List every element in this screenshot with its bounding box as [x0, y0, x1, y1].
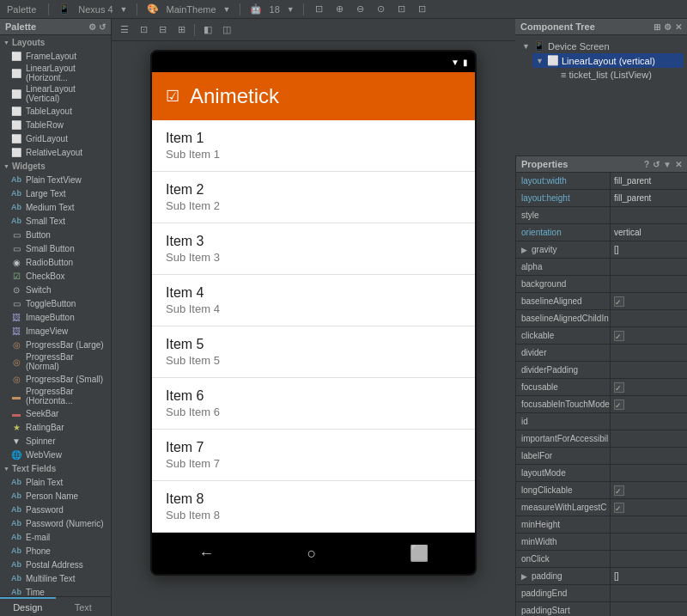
palette-item-multiline[interactable]: Ab Multiline Text	[0, 571, 111, 585]
prop-row[interactable]: onClick	[516, 551, 687, 568]
palette-refresh-icon[interactable]: ↺	[99, 22, 106, 32]
palette-item-imagebutton[interactable]: 🖼 ImageButton	[0, 310, 111, 324]
prop-checkbox[interactable]	[614, 296, 624, 307]
theme-name[interactable]: MainTheme	[163, 4, 220, 15]
layout-icon-2[interactable]: ⊡	[416, 3, 429, 16]
palette-item-small-text[interactable]: Ab Small Text	[0, 214, 111, 228]
list-item[interactable]: Item 5 Sub Item 5	[152, 326, 475, 378]
prop-checkbox[interactable]	[614, 331, 624, 341]
toolbar-icon-2[interactable]: ⊡	[136, 22, 151, 38]
palette-item-imageview[interactable]: 🖼 ImageView	[0, 324, 111, 338]
palette-item-plain-textview[interactable]: Ab Plain TextView	[0, 173, 111, 186]
palette-item-email[interactable]: Ab E-mail	[0, 530, 111, 544]
palette-item-progressbar-normal[interactable]: ◎ ProgressBar (Normal)	[0, 351, 111, 372]
palette-item-progressbar-large[interactable]: ◎ ProgressBar (Large)	[0, 338, 111, 351]
palette-item-seekbar[interactable]: ▬ SeekBar	[0, 406, 111, 420]
prop-checkbox[interactable]	[614, 485, 624, 496]
palette-item-progressbar-small[interactable]: ◎ ProgressBar (Small)	[0, 372, 111, 386]
tree-item-linearlayout[interactable]: ▼ ⬜ LinearLayout (vertical)	[532, 53, 684, 68]
prop-row[interactable]: alpha	[516, 259, 687, 276]
list-item[interactable]: Item 2 Sub Item 2	[152, 172, 475, 223]
prop-row[interactable]: layout:height fill_parent	[516, 190, 687, 207]
palette-item-medium-text[interactable]: Ab Medium Text	[0, 200, 111, 214]
prop-row[interactable]: importantForAccessibil	[516, 430, 687, 448]
props-help-icon[interactable]: ?	[644, 160, 649, 169]
prop-checkbox[interactable]	[614, 503, 624, 513]
prop-row[interactable]: baselineAligned	[516, 293, 687, 310]
prop-row[interactable]: baselineAlignedChildIn	[516, 310, 687, 327]
list-item[interactable]: Item 1 Sub Item 1	[152, 120, 475, 172]
props-close-icon[interactable]: ✕	[675, 160, 682, 169]
prop-row[interactable]: focusableInTouchMode	[516, 396, 687, 413]
props-filter-icon[interactable]: ▼	[663, 160, 672, 169]
palette-category-layouts[interactable]: Layouts	[0, 35, 111, 49]
prop-row[interactable]: id	[516, 413, 687, 430]
toolbar-icon-4[interactable]: ⊞	[173, 22, 189, 38]
device-name[interactable]: Nexus 4	[75, 4, 116, 15]
prop-row[interactable]: minHeight	[516, 516, 687, 534]
prop-row[interactable]: layout:width fill_parent	[516, 173, 687, 190]
nav-recents-button[interactable]: ⬜	[396, 537, 442, 570]
palette-item-webview[interactable]: 🌐 WebView	[0, 448, 111, 461]
prop-row[interactable]: paddingStart	[516, 602, 687, 616]
list-item[interactable]: Item 7 Sub Item 7	[152, 430, 475, 481]
palette-item-postal[interactable]: Ab Postal Address	[0, 558, 111, 571]
palette-settings-icon[interactable]: ⚙	[88, 22, 96, 32]
palette-item-framelayout[interactable]: ⬜ FrameLayout	[0, 49, 111, 63]
palette-item-relativelayout[interactable]: ⬜ RelativeLayout	[0, 145, 111, 159]
zoom-fit-icon[interactable]: ⊡	[313, 3, 326, 16]
prop-row[interactable]: focusable	[516, 379, 687, 396]
prop-row[interactable]: minWidth	[516, 534, 687, 551]
palette-item-spinner[interactable]: ▼ Spinner	[0, 434, 111, 448]
palette-item-small-button[interactable]: ▭ Small Button	[0, 241, 111, 255]
toolbar-icon-5[interactable]: ◧	[200, 22, 216, 38]
prop-checkbox[interactable]	[614, 399, 624, 410]
prop-row[interactable]: divider	[516, 345, 687, 362]
device-selector[interactable]: 📱 Nexus 4 ▼	[58, 3, 127, 16]
nav-back-button[interactable]: ←	[185, 538, 228, 570]
prop-expand-icon[interactable]: ▶	[521, 572, 527, 581]
toolbar-icon-3[interactable]: ⊟	[155, 22, 170, 38]
tree-item-device-screen[interactable]: ▼ 📱 Device Screen	[519, 39, 684, 53]
palette-item-plain-text[interactable]: Ab Plain Text	[0, 475, 111, 489]
palette-item-button[interactable]: ▭ Button	[0, 228, 111, 241]
palette-item-linearlayout-v[interactable]: ⬜ LinearLayout (Vertical)	[0, 83, 111, 104]
zoom-out-icon[interactable]: ⊖	[354, 3, 368, 16]
tree-item-listview[interactable]: ≡ ticket_list (ListView)	[546, 68, 684, 82]
palette-item-switch[interactable]: ⊙ Switch	[0, 283, 111, 296]
layout-icon-1[interactable]: ⊡	[395, 3, 409, 16]
palette-item-radiobutton[interactable]: ◉ RadioButton	[0, 255, 111, 269]
palette-item-phone[interactable]: Ab Phone	[0, 544, 111, 558]
prop-row[interactable]: orientation vertical	[516, 224, 687, 241]
tree-close-icon[interactable]: ✕	[675, 22, 682, 32]
prop-row[interactable]: ▶gravity []	[516, 241, 687, 259]
palette-item-linearlayout-h[interactable]: ⬜ LinearLayout (Horizont...	[0, 63, 111, 83]
nav-home-button[interactable]: ○	[294, 538, 331, 570]
prop-row[interactable]: ▶padding []	[516, 568, 687, 585]
toolbar-icon-1[interactable]: ☰	[117, 22, 132, 38]
prop-row[interactable]: layoutMode	[516, 465, 687, 482]
zoom-reset-icon[interactable]: ⊙	[374, 3, 388, 16]
theme-selector[interactable]: 🎨 MainTheme ▼	[146, 3, 231, 16]
palette-item-password[interactable]: Ab Password	[0, 503, 111, 516]
palette-item-tablelayout[interactable]: ⬜ TableLayout	[0, 104, 111, 118]
prop-row[interactable]: measureWithLargestC	[516, 499, 687, 516]
list-item[interactable]: Item 8 Sub Item 8	[152, 481, 475, 533]
prop-checkbox[interactable]	[614, 382, 624, 393]
api-level[interactable]: 18	[266, 4, 283, 15]
palette-category-textfields[interactable]: Text Fields	[0, 461, 111, 475]
list-item[interactable]: Item 6 Sub Item 6	[152, 378, 475, 430]
palette-item-checkbox[interactable]: ☑ CheckBox	[0, 269, 111, 283]
palette-item-gridlayout[interactable]: ⬜ GridLayout	[0, 131, 111, 145]
prop-row[interactable]: dividerPadding	[516, 362, 687, 379]
tree-settings-icon[interactable]: ⚙	[664, 22, 672, 32]
list-item[interactable]: Item 3 Sub Item 3	[152, 223, 475, 275]
prop-expand-icon[interactable]: ▶	[521, 246, 527, 254]
list-item[interactable]: Item 4 Sub Item 4	[152, 275, 475, 326]
palette-item-tablerow[interactable]: ⬜ TableRow	[0, 118, 111, 131]
palette-item-large-text[interactable]: Ab Large Text	[0, 186, 111, 200]
zoom-in-icon[interactable]: ⊕	[333, 3, 347, 16]
tab-design[interactable]: Design	[0, 597, 56, 616]
palette-item-password-numeric[interactable]: Ab Password (Numeric)	[0, 516, 111, 530]
toolbar-icon-6[interactable]: ◫	[219, 22, 234, 38]
